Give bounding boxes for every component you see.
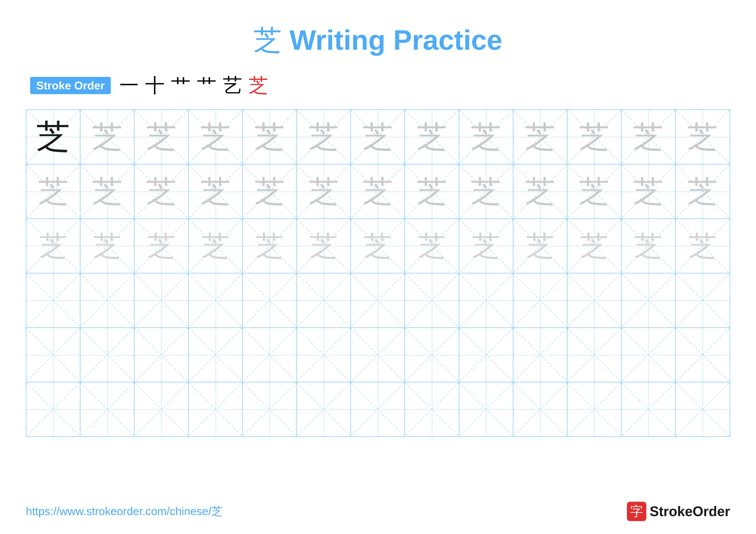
svg-line-93 bbox=[405, 273, 459, 327]
grid-cell-3-4[interactable] bbox=[243, 273, 297, 327]
grid-cell-0-1[interactable]: 芝 bbox=[80, 110, 134, 164]
grid-cell-0-6[interactable]: 芝 bbox=[351, 110, 405, 164]
grid-cell-0-0[interactable]: 芝 bbox=[26, 110, 80, 164]
grid-cell-5-5[interactable] bbox=[297, 382, 351, 436]
char-1-10: 芝 bbox=[579, 176, 609, 207]
footer-logo: 字 StrokeOrder bbox=[627, 502, 730, 521]
grid-cell-3-7[interactable] bbox=[405, 273, 459, 327]
grid-cell-0-4[interactable]: 芝 bbox=[243, 110, 297, 164]
grid-cell-2-7[interactable]: 芝 bbox=[405, 219, 459, 273]
grid-cell-3-9[interactable] bbox=[513, 273, 567, 327]
grid-cell-5-6[interactable] bbox=[351, 382, 405, 436]
grid-cell-0-11[interactable]: 芝 bbox=[622, 110, 676, 164]
grid-cell-1-1[interactable]: 芝 bbox=[80, 165, 134, 218]
grid-cell-1-2[interactable]: 芝 bbox=[134, 165, 189, 218]
grid-cell-4-2[interactable] bbox=[134, 328, 189, 382]
grid-cell-2-4[interactable]: 芝 bbox=[243, 219, 297, 273]
grid-cell-1-9[interactable]: 芝 bbox=[513, 165, 567, 218]
svg-line-131 bbox=[26, 383, 80, 436]
grid-cell-2-11[interactable]: 芝 bbox=[622, 219, 676, 273]
grid-cell-4-10[interactable] bbox=[567, 328, 622, 382]
grid-cell-5-3[interactable] bbox=[189, 382, 243, 436]
grid-cell-5-1[interactable] bbox=[80, 382, 134, 436]
grid-cell-3-5[interactable] bbox=[297, 273, 351, 327]
grid-cell-3-12[interactable] bbox=[676, 273, 730, 327]
footer: https://www.strokeorder.com/chinese/芝 字 … bbox=[26, 502, 730, 521]
grid-cell-5-2[interactable] bbox=[134, 382, 189, 436]
grid-cell-1-10[interactable]: 芝 bbox=[567, 165, 622, 218]
char-0-3: 芝 bbox=[201, 122, 230, 152]
grid-cell-0-2[interactable]: 芝 bbox=[134, 110, 189, 164]
grid-cell-2-6[interactable]: 芝 bbox=[351, 219, 405, 273]
grid-cell-1-11[interactable]: 芝 bbox=[622, 165, 676, 218]
grid-cell-4-6[interactable] bbox=[351, 328, 405, 382]
svg-line-102 bbox=[676, 273, 730, 327]
grid-cell-5-8[interactable] bbox=[459, 382, 513, 436]
grid-cell-3-8[interactable] bbox=[459, 273, 513, 327]
svg-line-124 bbox=[567, 328, 621, 382]
svg-line-118 bbox=[405, 328, 459, 382]
grid-cell-5-0[interactable] bbox=[26, 382, 80, 436]
grid-cell-4-4[interactable] bbox=[243, 328, 297, 382]
grid-cell-3-3[interactable] bbox=[189, 273, 243, 327]
char-0-5: 芝 bbox=[309, 122, 339, 152]
grid-cell-5-4[interactable] bbox=[243, 382, 297, 436]
grid-cell-4-9[interactable] bbox=[513, 328, 567, 382]
grid-cell-5-12[interactable] bbox=[676, 382, 730, 436]
grid-cell-1-6[interactable]: 芝 bbox=[351, 165, 405, 218]
svg-line-152 bbox=[622, 383, 675, 436]
grid-cell-4-11[interactable] bbox=[622, 328, 676, 382]
grid-cell-5-11[interactable] bbox=[622, 382, 676, 436]
svg-line-95 bbox=[459, 273, 513, 327]
svg-line-136 bbox=[189, 383, 242, 436]
grid-cell-1-5[interactable]: 芝 bbox=[297, 165, 351, 218]
grid-row-1: 芝 芝 芝 芝 芝 芝 芝 芝 芝 芝 bbox=[26, 165, 730, 219]
grid-cell-2-9[interactable]: 芝 bbox=[513, 219, 567, 273]
grid-cell-3-0[interactable] bbox=[26, 273, 80, 327]
grid-cell-1-4[interactable]: 芝 bbox=[243, 165, 297, 218]
grid-cell-2-8[interactable]: 芝 bbox=[459, 219, 513, 273]
grid-cell-3-10[interactable] bbox=[567, 273, 622, 327]
grid-cell-1-0[interactable]: 芝 bbox=[26, 165, 80, 218]
grid-cell-3-1[interactable] bbox=[80, 273, 134, 327]
char-1-3: 芝 bbox=[201, 176, 230, 207]
grid-cell-4-12[interactable] bbox=[676, 328, 730, 382]
grid-cell-0-8[interactable]: 芝 bbox=[459, 110, 513, 164]
grid-cell-4-0[interactable] bbox=[26, 328, 80, 382]
grid-cell-3-11[interactable] bbox=[622, 273, 676, 327]
grid-cell-3-6[interactable] bbox=[351, 273, 405, 327]
grid-cell-4-7[interactable] bbox=[405, 328, 459, 382]
svg-line-129 bbox=[676, 328, 730, 382]
grid-cell-5-9[interactable] bbox=[513, 382, 567, 436]
grid-cell-2-1[interactable]: 芝 bbox=[80, 219, 134, 273]
grid-cell-0-5[interactable]: 芝 bbox=[297, 110, 351, 164]
grid-cell-2-0[interactable]: 芝 bbox=[26, 219, 80, 273]
svg-line-110 bbox=[189, 328, 242, 382]
grid-cell-2-10[interactable]: 芝 bbox=[567, 219, 622, 273]
grid-cell-1-12[interactable]: 芝 bbox=[676, 165, 730, 218]
grid-cell-2-2[interactable]: 芝 bbox=[134, 219, 189, 273]
grid-cell-2-12[interactable]: 芝 bbox=[676, 219, 730, 273]
grid-cell-5-7[interactable] bbox=[405, 382, 459, 436]
char-0-11: 芝 bbox=[633, 122, 663, 152]
svg-line-135 bbox=[134, 383, 188, 436]
grid-cell-0-10[interactable]: 芝 bbox=[567, 110, 622, 164]
grid-cell-0-12[interactable]: 芝 bbox=[676, 110, 730, 164]
grid-cell-2-3[interactable]: 芝 bbox=[189, 219, 243, 273]
grid-cell-1-8[interactable]: 芝 bbox=[459, 165, 513, 218]
footer-url[interactable]: https://www.strokeorder.com/chinese/芝 bbox=[26, 504, 223, 519]
grid-cell-1-3[interactable]: 芝 bbox=[189, 165, 243, 218]
grid-cell-4-3[interactable] bbox=[189, 328, 243, 382]
grid-cell-4-5[interactable] bbox=[297, 328, 351, 382]
char-1-12: 芝 bbox=[688, 176, 717, 207]
grid-cell-0-7[interactable]: 芝 bbox=[405, 110, 459, 164]
grid-cell-3-2[interactable] bbox=[134, 273, 189, 327]
grid-cell-0-9[interactable]: 芝 bbox=[513, 110, 567, 164]
grid-cell-1-7[interactable]: 芝 bbox=[405, 165, 459, 218]
grid-cell-5-10[interactable] bbox=[567, 382, 622, 436]
grid-cell-4-8[interactable] bbox=[459, 328, 513, 382]
grid-cell-2-5[interactable]: 芝 bbox=[297, 219, 351, 273]
grid-cell-4-1[interactable] bbox=[80, 328, 134, 382]
svg-line-122 bbox=[513, 328, 567, 382]
grid-cell-0-3[interactable]: 芝 bbox=[189, 110, 243, 164]
